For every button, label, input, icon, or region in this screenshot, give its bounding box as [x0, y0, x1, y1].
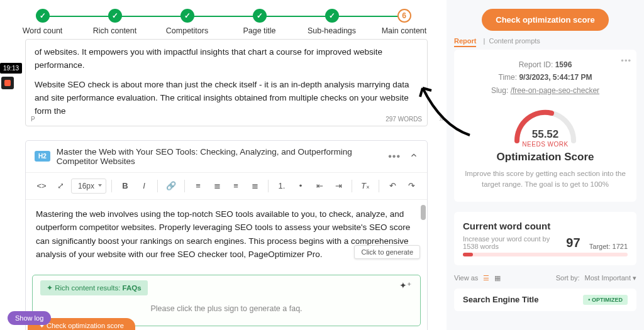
font-size-select[interactable]: 16px: [71, 179, 106, 194]
tooltip: Click to generate: [354, 245, 420, 259]
bold-icon[interactable]: B: [117, 178, 133, 194]
faq-chip: ✦ Rich content results: FAQs: [40, 280, 148, 295]
ul-icon[interactable]: •: [292, 178, 309, 194]
redo-icon[interactable]: ↷: [403, 178, 419, 194]
search-engine-title-card[interactable]: Search Engine Title • OPTIMIZED: [454, 289, 636, 311]
content-block-1[interactable]: of websites. It empowers you with impact…: [25, 39, 428, 126]
score-gauge: 55.52 NEEDS WORK: [508, 103, 583, 147]
more-icon[interactable]: •••: [621, 56, 631, 65]
code-icon[interactable]: <>: [33, 178, 50, 194]
clear-format-icon[interactable]: Tₓ: [357, 178, 374, 194]
undo-icon[interactable]: ↶: [384, 178, 401, 194]
expand-icon[interactable]: ⤢: [52, 178, 69, 194]
h2-section-card: H2 Master the Web with Your SEO Tools: C…: [25, 140, 428, 330]
word-count-bar: [463, 253, 628, 256]
show-log-button[interactable]: Show log: [8, 311, 51, 325]
align-center-icon[interactable]: ≣: [209, 178, 225, 194]
italic-icon[interactable]: I: [136, 178, 152, 194]
scrollbar[interactable]: [421, 205, 426, 220]
sort-select[interactable]: Most Important ▾: [585, 274, 636, 282]
generate-faq-button[interactable]: ✦⁺: [399, 280, 411, 290]
tab-report[interactable]: Report: [454, 37, 476, 47]
align-justify-icon[interactable]: ≣: [247, 178, 263, 194]
editor-toolbar: <> ⤢ 16px B I 🔗 ≡ ≣ ≡ ≣ 1. • ⇤: [26, 173, 427, 200]
step-current: 6: [397, 9, 411, 23]
next-section-icon[interactable]: »: [439, 113, 444, 123]
record-icon[interactable]: [1, 77, 14, 89]
ol-icon[interactable]: 1.: [274, 178, 290, 194]
h2-badge: H2: [35, 151, 50, 162]
report-card: ••• Report ID: 1596 Time: 9/3/2023, 5:44…: [454, 50, 636, 202]
chevron-up-icon[interactable]: [409, 151, 418, 162]
tab-prompts[interactable]: Content prompts: [489, 37, 540, 45]
section-title: Master the Web with Your SEO Tools: Chec…: [57, 147, 388, 166]
link-icon[interactable]: 🔗: [163, 178, 179, 194]
align-left-icon[interactable]: ≡: [190, 178, 206, 194]
check-optimization-button[interactable]: Check optimization score: [482, 9, 608, 31]
list-view-icon[interactable]: ☰: [483, 274, 489, 282]
align-right-icon[interactable]: ≡: [228, 178, 244, 194]
word-count-card: Current word count Increase your word co…: [454, 212, 636, 265]
timer-badge: 19:13: [0, 63, 22, 74]
more-icon[interactable]: •••: [388, 151, 401, 162]
outdent-icon[interactable]: ⇤: [311, 178, 328, 194]
grid-view-icon[interactable]: ▦: [494, 274, 501, 282]
word-count-badge: 297 WORDS: [386, 114, 422, 124]
report-tabs: Report | Content prompts: [454, 37, 636, 45]
progress-steps: ✓Word count ✓Rich content ✓Competitors ✓…: [0, 0, 447, 39]
indent-icon[interactable]: ⇥: [330, 178, 347, 194]
